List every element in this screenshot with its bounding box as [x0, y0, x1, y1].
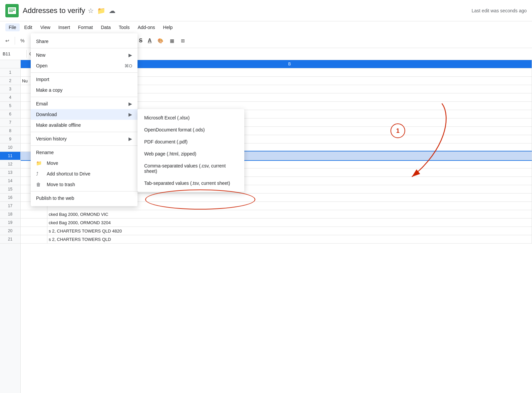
xlsx-label: Microsoft Excel (.xlsx) — [144, 115, 238, 120]
cell-19b[interactable]: cked Bag 2000, ORMOND 3204 — [47, 219, 532, 227]
row-header-6: 6 — [0, 110, 20, 118]
table-row: s 2, CHARTERS TOWERS QLD — [21, 235, 532, 244]
menu-format[interactable]: Format — [75, 23, 96, 31]
borders-button[interactable]: ▦ — [167, 37, 177, 45]
trash-icon: 🗑 — [36, 182, 44, 187]
menu-file[interactable]: File — [5, 23, 20, 31]
cell-21a[interactable] — [21, 235, 47, 243]
cell-20b[interactable]: s 2, CHARTERS TOWERS QLD 4820 — [47, 227, 532, 235]
svg-rect-3 — [9, 10, 15, 11]
download-tsv[interactable]: Tab-separated values (.tsv, current shee… — [138, 177, 244, 189]
move-label: Move — [47, 160, 132, 166]
menu-item-import[interactable]: Import — [31, 74, 138, 85]
row-header-14: 14 — [0, 177, 20, 185]
doc-title: Addresses to verify — [23, 6, 85, 15]
row-header-4: 4 — [0, 93, 20, 102]
row-header-9: 9 — [0, 135, 20, 143]
menu-item-share[interactable]: Share — [31, 36, 138, 47]
menu-item-open[interactable]: Open ⌘O — [31, 60, 138, 71]
menu-item-new[interactable]: New ▶ — [31, 50, 138, 60]
star-icon[interactable]: ☆ — [88, 7, 94, 15]
share-label: Share — [36, 39, 132, 44]
email-arrow-icon: ▶ — [128, 101, 132, 106]
row-header-13: 13 — [0, 168, 20, 177]
menu-addons[interactable]: Add-ons — [134, 23, 158, 31]
row-header-21: 21 — [0, 235, 20, 244]
annotation-number: 1 — [390, 123, 405, 138]
publish-label: Publish to the web — [36, 195, 132, 201]
strikethrough-button[interactable]: S — [137, 37, 145, 44]
undo-button[interactable]: ↩ — [3, 37, 12, 45]
version-history-arrow-icon: ▶ — [128, 136, 132, 141]
offline-label: Make available offline — [36, 122, 132, 128]
underline-button[interactable]: A — [146, 37, 154, 44]
merge-button[interactable]: ⊞ — [178, 37, 188, 45]
menu-tools[interactable]: Tools — [115, 23, 133, 31]
version-history-label: Version history — [36, 136, 128, 141]
menu-bar: File Edit View Insert Format Data Tools … — [0, 21, 532, 33]
menu-edit[interactable]: Edit — [21, 23, 36, 31]
download-html[interactable]: Web page (.html, zipped) — [138, 148, 244, 160]
row-header-19: 19 — [0, 219, 20, 227]
svg-rect-2 — [9, 9, 15, 9]
row-header-2: 2 — [0, 77, 20, 85]
rename-label: Rename — [36, 150, 132, 155]
csv-label: Comma-separated values (.csv, current sh… — [144, 163, 238, 174]
svg-rect-4 — [9, 11, 13, 12]
row-header-15: 15 — [0, 185, 20, 193]
new-arrow-icon: ▶ — [128, 52, 132, 58]
menu-item-move[interactable]: 📁 Move — [31, 158, 138, 168]
menu-item-version-history[interactable]: Version history ▶ — [31, 133, 138, 144]
new-label: New — [36, 52, 128, 58]
cell-20a[interactable] — [21, 227, 47, 235]
open-shortcut: ⌘O — [124, 63, 132, 68]
menu-divider-1 — [31, 48, 138, 48]
menu-item-rename[interactable]: Rename — [31, 147, 138, 158]
row-header-11: 11 — [0, 152, 20, 160]
download-pdf[interactable]: PDF document (.pdf) — [138, 136, 244, 148]
cloud-icon[interactable]: ☁ — [109, 7, 115, 15]
table-row: cked Bag 2000, ORMOND 3204 — [21, 219, 532, 227]
menu-item-make-copy[interactable]: Make a copy — [31, 85, 138, 95]
menu-divider-2 — [31, 72, 138, 73]
tsv-label: Tab-separated values (.tsv, current shee… — [144, 180, 238, 186]
top-bar: Addresses to verify ☆ 📁 ☁ Last edit was … — [0, 0, 532, 21]
menu-view[interactable]: View — [37, 23, 54, 31]
percent-button[interactable]: % — [18, 37, 27, 45]
menu-data[interactable]: Data — [97, 23, 114, 31]
download-ods[interactable]: OpenDocument format (.ods) — [138, 124, 244, 136]
cell-18b[interactable]: cked Bag 2000, ORMOND VIC — [47, 210, 532, 218]
menu-item-offline[interactable]: Make available offline — [31, 120, 138, 130]
download-xlsx[interactable]: Microsoft Excel (.xlsx) — [138, 112, 244, 124]
download-csv[interactable]: Comma-separated values (.csv, current sh… — [138, 160, 244, 177]
row-header-16: 16 — [0, 193, 20, 202]
add-shortcut-icon: ⤴ — [36, 171, 44, 176]
cell-reference[interactable]: B11 — [0, 50, 27, 58]
fill-color-button[interactable]: 🎨 — [155, 37, 166, 45]
menu-item-publish[interactable]: Publish to the web — [31, 193, 138, 204]
trash-label: Move to trash — [47, 182, 132, 187]
menu-item-email[interactable]: Email ▶ — [31, 98, 138, 109]
app-icon — [5, 4, 19, 17]
menu-divider-5 — [31, 145, 138, 146]
row-header-18: 18 — [0, 210, 20, 219]
add-shortcut-label: Add shortcut to Drive — [47, 171, 132, 176]
cell-19a[interactable] — [21, 219, 47, 227]
row-headers: 1 2 3 4 5 6 7 8 9 10 11 12 13 14 15 16 1… — [0, 60, 21, 393]
row-header-5: 5 — [0, 102, 20, 110]
row-header-17: 17 — [0, 202, 20, 210]
menu-item-trash[interactable]: 🗑 Move to trash — [31, 179, 138, 190]
menu-insert[interactable]: Insert — [55, 23, 73, 31]
html-label: Web page (.html, zipped) — [144, 151, 238, 156]
menu-help[interactable]: Help — [160, 23, 176, 31]
download-submenu: Microsoft Excel (.xlsx) OpenDocument for… — [138, 109, 244, 192]
menu-item-download[interactable]: Download ▶ Microsoft Excel (.xlsx) OpenD… — [31, 109, 138, 120]
table-row: cked Bag 2000, ORMOND VIC — [21, 210, 532, 219]
menu-item-add-shortcut[interactable]: ⤴ Add shortcut to Drive — [31, 168, 138, 179]
cell-21b[interactable]: s 2, CHARTERS TOWERS QLD — [47, 235, 532, 243]
row-header-1: 1 — [0, 68, 20, 77]
last-edit-text: Last edit was seconds ago — [472, 8, 527, 13]
folder-icon[interactable]: 📁 — [97, 7, 105, 15]
cell-18a[interactable] — [21, 210, 47, 218]
row-header-8: 8 — [0, 127, 20, 135]
